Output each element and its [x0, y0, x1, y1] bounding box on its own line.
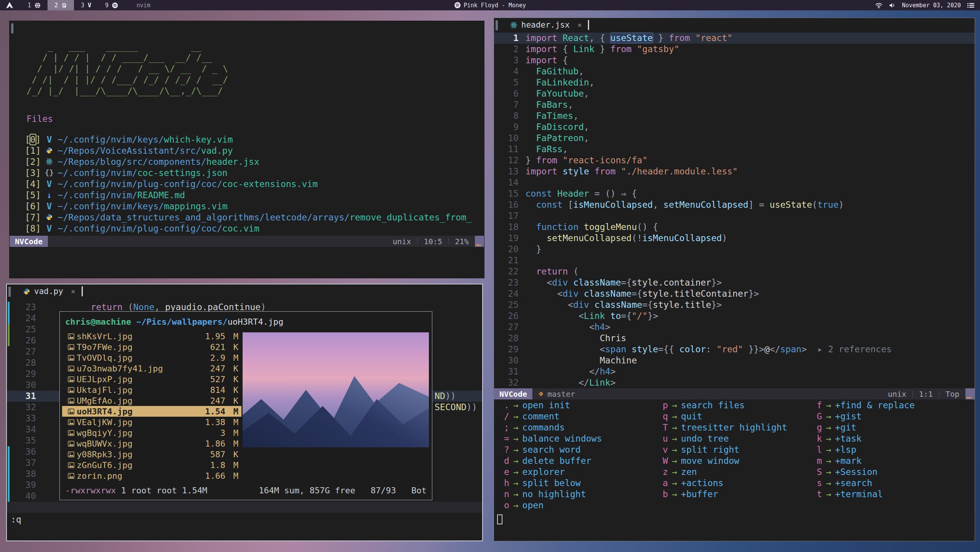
tab-header-jsx[interactable]: header.jsx ×: [494, 18, 593, 32]
code-line-25[interactable]: 25 <div className={style.title}>: [494, 299, 975, 310]
start-file-entry[interactable]: [7]~/Repos/data_structures_and_algorithm…: [25, 212, 482, 223]
workspace-2[interactable]: 2: [48, 0, 74, 10]
code-line-17[interactable]: 17: [494, 210, 975, 222]
code-line-29[interactable]: 29 <span style={{ color: "red" }}>@</spa…: [494, 344, 975, 355]
start-file-entry[interactable]: [6]V~/.config/nvim/keys/mappings.vim: [25, 200, 482, 212]
which-key-binding-q[interactable]: q→quit: [663, 411, 817, 422]
popup-file-entry[interactable]: TvOVDlq.jpg2.9M: [62, 352, 241, 363]
popup-file-entry[interactable]: zorin.png1.66M: [62, 470, 241, 481]
which-key-binding-T[interactable]: T→treesitter highlight: [663, 422, 817, 433]
code-line-13[interactable]: 13import style from "./header.module.les…: [494, 166, 975, 177]
start-file-entry[interactable]: [8]V~/.config/nvim/plug-config/coc/coc.v…: [25, 223, 482, 234]
start-file-entry[interactable]: [0]V~/.config/nvim/keys/which-key.vim: [25, 134, 482, 145]
now-playing[interactable]: Pink Floyd - Money: [454, 0, 526, 10]
close-icon[interactable]: ×: [71, 287, 76, 296]
which-key-binding-m[interactable]: m→+mark: [817, 455, 972, 466]
code-line-26[interactable]: 26 <Link to={"/"}>: [494, 310, 975, 322]
popup-file-entry[interactable]: wqBUWVx.jpg1.86M: [62, 438, 241, 449]
popup-file-entry[interactable]: uoH3RT4.jpg1.54M: [62, 406, 241, 417]
which-key-binding-v[interactable]: v→split right: [663, 444, 817, 455]
code-line-18[interactable]: 18 function toggleMenu() {: [494, 222, 975, 233]
code-line-28[interactable]: 28 Chris: [494, 333, 975, 344]
code-line-21[interactable]: 21: [494, 255, 975, 266]
popup-file-entry[interactable]: u7o3nwab7fy41.jpg247K: [62, 363, 241, 374]
code-line-6[interactable]: 6 FaYoutube,: [494, 88, 975, 99]
code-line-11[interactable]: 11 FaRss,: [494, 144, 975, 155]
which-key-binding-.[interactable]: .→open init: [504, 399, 663, 411]
popup-file-entry[interactable]: shKsVrL.jpg1.95M: [62, 331, 241, 342]
start-file-entry[interactable]: [3]{}~/.config/nvim/coc-settings.json: [25, 167, 482, 178]
popup-file-entry[interactable]: VEaljKW.jpg1.38M: [62, 417, 241, 427]
code-line-15[interactable]: 15const Header = () ⇒ {: [494, 188, 975, 199]
code-line-4[interactable]: 4 FaGithub,: [494, 66, 975, 77]
code-line-24[interactable]: 24 <div className={style.titleContainer}…: [494, 288, 975, 299]
popup-file-entry[interactable]: T9o7FWe.jpg621K: [62, 342, 241, 352]
start-file-entry[interactable]: [2]~/Repos/blog/src/components/header.js…: [25, 156, 482, 167]
code-line-2[interactable]: 2import { Link } from "gatsby": [494, 44, 975, 55]
which-key-binding-k[interactable]: k→+task: [817, 433, 972, 444]
code-line-32[interactable]: 32 </Link>: [494, 377, 975, 388]
code-token: >: [611, 366, 616, 376]
which-key-binding-l[interactable]: l→+lsp: [817, 444, 972, 455]
code-line-30[interactable]: 30 Machine: [494, 355, 975, 366]
start-file-entry[interactable]: [4]V~/.config/nvim/plug-config/coc/coc-e…: [25, 178, 482, 189]
code-line-3[interactable]: 3import {: [494, 55, 975, 66]
which-key-binding-f[interactable]: f→+find & replace: [817, 399, 972, 411]
which-key-binding-G[interactable]: G→+gist: [817, 411, 972, 422]
which-key-binding-W[interactable]: W→move window: [663, 455, 817, 466]
workspace-3[interactable]: 3V: [74, 0, 98, 10]
which-key-binding-s[interactable]: s→+search: [817, 477, 972, 488]
popup-file-entry[interactable]: zGnGuT6.jpg1.8M: [62, 460, 241, 470]
code-line-27[interactable]: 27 <h4>: [494, 322, 975, 333]
close-icon[interactable]: ×: [577, 20, 582, 30]
popup-file-entry[interactable]: UMgEfAo.jpg247K: [62, 395, 241, 406]
code-token: div: [563, 289, 579, 299]
arch-logo-icon[interactable]: [0, 2, 21, 9]
code-line-14[interactable]: 14: [494, 177, 975, 188]
which-key-binding-=[interactable]: =→balance windows: [504, 433, 663, 444]
which-key-binding-t[interactable]: t→+terminal: [817, 488, 972, 499]
code-line-10[interactable]: 10 FaPatreon,: [494, 133, 975, 144]
code-line-22[interactable]: 22 return (: [494, 266, 975, 277]
which-key-binding-u[interactable]: u→undo tree: [663, 433, 817, 444]
code-line-19[interactable]: 19 setMenuCollapsed(!isMenuCollapsed): [494, 233, 975, 244]
code-line-23[interactable]: 23 <div className={style.container}>: [494, 277, 975, 288]
start-file-entry[interactable]: [1]~/Repos/VoiceAssistant/src/vad.py: [25, 145, 482, 156]
which-key-binding-p[interactable]: p→search files: [663, 399, 817, 411]
popup-file-entry[interactable]: y08Rpk3.jpg587K: [62, 449, 241, 460]
workspace-9[interactable]: 9: [98, 0, 125, 10]
volume-icon[interactable]: [889, 2, 896, 8]
workspace-1[interactable]: 1: [21, 0, 48, 10]
code-line-1[interactable]: 1import React, { useState } from "react": [494, 33, 975, 44]
which-key-binding-b[interactable]: b→+buffer: [663, 488, 817, 499]
line-content: <div className={style.title}>: [525, 299, 722, 310]
which-key-binding-g[interactable]: g→+git: [817, 422, 972, 433]
wifi-icon[interactable]: [875, 2, 883, 8]
code-line-5[interactable]: 5 FaLinkedin,: [494, 77, 975, 88]
command-line[interactable]: :q: [11, 514, 21, 524]
which-key-binding-n[interactable]: n→no highlight: [504, 488, 663, 499]
which-key-binding-?[interactable]: ?→search word: [504, 444, 663, 455]
code-line-7[interactable]: 7 FaBars,: [494, 99, 975, 110]
start-file-entry[interactable]: [5]↓~/.config/nvim/README.md: [25, 189, 482, 200]
which-key-binding-o[interactable]: o→open: [504, 499, 663, 511]
popup-file-entry[interactable]: UktajFl.jpg814K: [62, 384, 241, 395]
code-line-31[interactable]: 31 </h4>: [494, 366, 975, 377]
tab-vad-py[interactable]: vad.py ×: [7, 284, 87, 298]
menu-icon[interactable]: [967, 2, 975, 8]
which-key-binding-S[interactable]: S→+Session: [817, 466, 972, 477]
code-line-9[interactable]: 9 FaDiscord,: [494, 122, 975, 133]
code-line-8[interactable]: 8 FaTimes,: [494, 110, 975, 122]
which-key-binding-;[interactable]: ;→commands: [504, 422, 663, 433]
which-key-binding-a[interactable]: a→+actions: [663, 477, 817, 488]
which-key-binding-d[interactable]: d→delete buffer: [504, 455, 663, 466]
which-key-binding-h[interactable]: h→split below: [504, 477, 663, 488]
code-line-16[interactable]: 16 const [isMenuCollapsed, setMenuCollap…: [494, 199, 975, 210]
which-key-binding-z[interactable]: z→zen: [663, 466, 817, 477]
popup-file-entry[interactable]: UEJLpxP.jpg527K: [62, 374, 241, 384]
code-line-12[interactable]: 12} from "react-icons/fa": [494, 155, 975, 166]
which-key-binding-/[interactable]: /→comment: [504, 411, 663, 422]
code-line-20[interactable]: 20 }: [494, 244, 975, 255]
which-key-binding-e[interactable]: e→explorer: [504, 466, 663, 477]
popup-file-entry[interactable]: wgBqiyY.jpg3M: [62, 427, 241, 438]
